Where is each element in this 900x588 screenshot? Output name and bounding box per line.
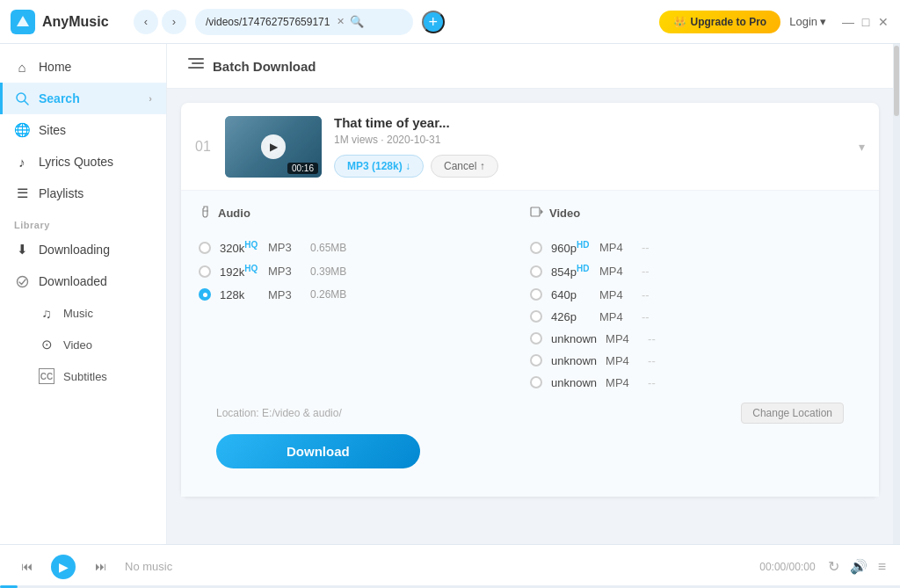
- batch-download-header: Batch Download: [167, 44, 893, 89]
- play-button[interactable]: ▶: [51, 555, 76, 579]
- audio-size-192: 0.39MB: [310, 265, 354, 278]
- card-chevron-icon[interactable]: ▾: [859, 140, 865, 154]
- maximize-button[interactable]: □: [860, 16, 872, 28]
- app-name: AnyMusic: [42, 14, 109, 30]
- sidebar-item-video[interactable]: ⊙ Video: [0, 329, 166, 360]
- video-column: Video 960pHD MP4 -- 854pHD MP4 --: [530, 205, 861, 394]
- video-radio-854[interactable]: [530, 265, 542, 278]
- search-icon: [14, 91, 30, 106]
- audio-format-row-320: 320kHQ MP3 0.65MB: [199, 236, 530, 259]
- audio-radio-192[interactable]: [199, 265, 211, 278]
- audio-column-header: Audio: [199, 205, 530, 227]
- volume-button[interactable]: 🔊: [850, 558, 867, 575]
- titlebar: AnyMusic ‹ › /videos/174762757659171 ✕ 🔍…: [0, 0, 900, 44]
- svg-rect-6: [188, 67, 204, 69]
- video-header: 01 ❄ ▶ 00:16 That time of year... 1M vie…: [181, 103, 879, 191]
- sidebar-item-search[interactable]: Search ›: [0, 83, 166, 114]
- sidebar-item-sites[interactable]: 🌐 Sites: [0, 114, 166, 146]
- sidebar-item-downloaded[interactable]: Downloaded: [0, 265, 166, 297]
- url-bar[interactable]: /videos/174762757659171 ✕ 🔍: [195, 9, 413, 35]
- repeat-button[interactable]: ↻: [828, 558, 839, 575]
- subtitles-icon: CC: [39, 368, 54, 384]
- video-format-row-640: 640p MP4 --: [530, 284, 861, 306]
- upgrade-button[interactable]: 👑 Upgrade to Pro: [659, 11, 781, 33]
- video-quality-unk3: unknown: [551, 376, 597, 389]
- video-quality-426: 426p: [551, 310, 591, 323]
- scroll-thumb[interactable]: [894, 46, 899, 116]
- crown-icon: 👑: [673, 16, 686, 28]
- audio-quality-320: 320kHQ: [220, 240, 259, 255]
- video-radio-unk2[interactable]: [530, 354, 542, 367]
- close-button[interactable]: ✕: [877, 16, 889, 28]
- cancel-button[interactable]: Cancel ↑: [431, 155, 498, 178]
- sites-icon: 🌐: [14, 122, 30, 138]
- video-size-640: --: [642, 288, 650, 301]
- thumb-play-icon[interactable]: ▶: [261, 134, 286, 159]
- location-bar: Location: E:/video & audio/ Change Locat…: [199, 394, 861, 434]
- url-search-icon[interactable]: 🔍: [350, 15, 364, 28]
- format-columns: Audio 320kHQ MP3 0.65MB 192kHQ: [199, 205, 861, 394]
- sidebar-item-home[interactable]: ⌂ Home: [0, 51, 166, 83]
- audio-radio-320[interactable]: [199, 242, 211, 254]
- video-radio-426[interactable]: [530, 310, 542, 323]
- video-column-header: Video: [530, 205, 861, 227]
- svg-marker-0: [17, 16, 29, 26]
- audio-format-row-192: 192kHQ MP3 0.39MB: [199, 259, 530, 283]
- format-select-button[interactable]: MP3 (128k) ↓: [334, 155, 424, 178]
- sidebar-item-lyrics[interactable]: ♪ Lyrics Quotes: [0, 146, 166, 178]
- svg-point-3: [17, 276, 27, 287]
- video-radio-640[interactable]: [530, 288, 542, 301]
- audio-radio-128[interactable]: [199, 288, 211, 301]
- video-quality-854: 854pHD: [551, 264, 591, 279]
- content-area: Batch Download 01 ❄ ▶ 00:16 That time of…: [167, 44, 893, 544]
- video-format-row-unk3: unknown MP4 --: [530, 372, 861, 394]
- video-size-854: --: [642, 265, 650, 278]
- scrollbar[interactable]: [893, 44, 900, 544]
- add-tab-button[interactable]: +: [422, 11, 445, 33]
- sidebar-label-downloading: Downloading: [39, 243, 110, 257]
- audio-col-icon: [199, 205, 213, 221]
- svg-rect-7: [531, 207, 540, 216]
- logo-icon: [11, 10, 35, 34]
- sidebar-item-subtitles[interactable]: CC Subtitles: [0, 360, 166, 392]
- next-button[interactable]: ⏭: [88, 555, 112, 579]
- svg-line-2: [25, 101, 28, 105]
- format-label: MP3 (128k) ↓: [347, 160, 410, 172]
- video-icon: ⊙: [39, 337, 54, 352]
- nav-forward[interactable]: ›: [162, 10, 186, 34]
- minimize-button[interactable]: —: [842, 16, 854, 28]
- sidebar-item-downloading[interactable]: ⬇ Downloading: [0, 234, 166, 265]
- sidebar-item-music[interactable]: ♫ Music: [0, 297, 166, 329]
- music-icon: ♫: [39, 305, 54, 321]
- video-type-426: MP4: [599, 310, 633, 323]
- video-quality-640: 640p: [551, 288, 591, 301]
- login-button[interactable]: Login ▾: [789, 15, 826, 28]
- nav-back[interactable]: ‹: [134, 10, 158, 34]
- no-music-label: No music: [125, 560, 747, 573]
- change-location-button[interactable]: Change Location: [741, 403, 844, 424]
- cancel-label: Cancel ↑: [444, 160, 485, 172]
- audio-format-row-128: 128k MP3 0.26MB: [199, 284, 530, 306]
- sidebar-label-lyrics: Lyrics Quotes: [39, 155, 113, 169]
- main-layout: ⌂ Home Search › 🌐 Sites ♪ Lyrics Quotes …: [0, 44, 900, 544]
- video-radio-960[interactable]: [530, 242, 542, 254]
- batch-icon: [188, 58, 204, 74]
- video-col-icon: [530, 205, 544, 221]
- video-radio-unk1[interactable]: [530, 332, 542, 345]
- sidebar: ⌂ Home Search › 🌐 Sites ♪ Lyrics Quotes …: [0, 44, 167, 544]
- sidebar-label-search: Search: [39, 91, 80, 105]
- video-format-row-854: 854pHD MP4 --: [530, 259, 861, 283]
- sidebar-item-playlists[interactable]: ☰ Playlists: [0, 178, 166, 209]
- url-close-icon[interactable]: ✕: [337, 16, 345, 27]
- library-section-label: Library: [0, 209, 166, 234]
- download-button[interactable]: Download: [216, 434, 420, 468]
- queue-button[interactable]: ≡: [878, 558, 886, 575]
- video-format-row-unk2: unknown MP4 --: [530, 350, 861, 372]
- prev-button[interactable]: ⏮: [14, 555, 39, 579]
- video-radio-unk3[interactable]: [530, 376, 542, 388]
- video-quality-960: 960pHD: [551, 240, 591, 255]
- video-type-854: MP4: [599, 265, 633, 278]
- downloaded-icon: [14, 273, 30, 289]
- audio-col-label: Audio: [218, 207, 250, 220]
- video-format-row-426: 426p MP4 --: [530, 306, 861, 328]
